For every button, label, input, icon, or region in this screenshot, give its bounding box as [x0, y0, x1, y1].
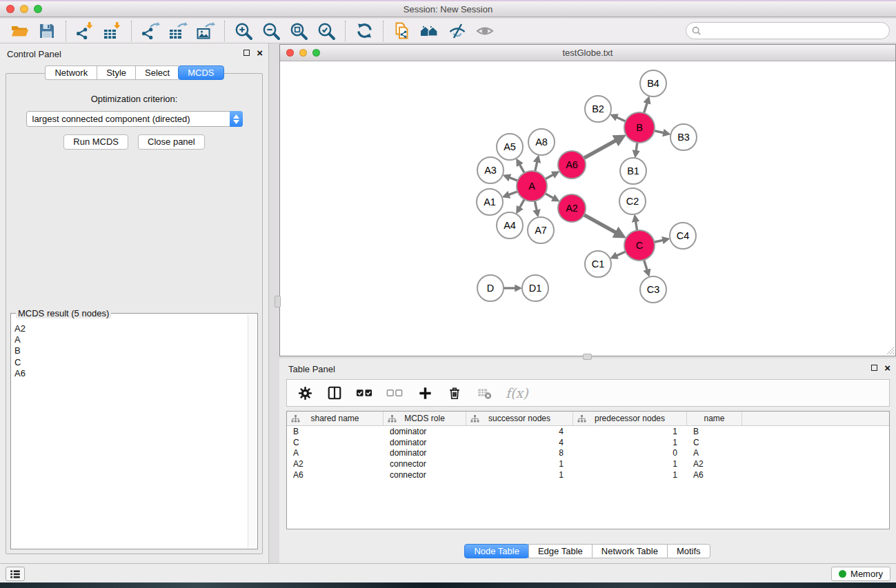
network-edge-B-B3[interactable] — [654, 131, 664, 133]
close-panel-button[interactable]: × — [257, 49, 263, 57]
minimize-window-button[interactable] — [20, 5, 28, 13]
horizontal-splitter-grip[interactable] — [583, 354, 592, 360]
mcds-result-list[interactable]: A2ABCA6 — [12, 314, 248, 548]
close-network-window-button[interactable] — [286, 49, 294, 57]
network-node-B[interactable]: B — [624, 112, 655, 143]
search-input[interactable] — [701, 26, 884, 36]
network-node-C4[interactable]: C4 — [670, 223, 696, 249]
network-node-C2[interactable]: C2 — [619, 188, 646, 214]
zoom-out-button[interactable] — [257, 20, 285, 42]
network-graph[interactable]: AA1A2A3A4A5A6A7A8BB1B2B3B4CC1C2C3C4DD1 — [280, 61, 895, 356]
network-edge-A-A8[interactable] — [535, 162, 537, 172]
show-graphics-details-button[interactable] — [471, 20, 499, 42]
network-edge-A-A3[interactable] — [509, 177, 517, 181]
network-edge-A2-C[interactable] — [584, 215, 617, 233]
tab-network[interactable]: Network — [45, 65, 97, 80]
network-node-B1[interactable]: B1 — [620, 158, 646, 184]
tab-motifs[interactable]: Motifs — [667, 544, 710, 558]
zoom-fit-button[interactable] — [285, 20, 312, 42]
open-session-button[interactable] — [6, 20, 33, 42]
export-image-button[interactable] — [192, 20, 219, 42]
network-edge-A-A5[interactable] — [519, 164, 524, 172]
node-table[interactable]: shared nameMCDS rolesuccessor nodesprede… — [286, 411, 890, 529]
column-header-MCDS-role[interactable]: MCDS role — [384, 412, 466, 425]
close-window-button[interactable] — [6, 5, 14, 13]
column-header-shared-name[interactable]: shared name — [287, 412, 384, 425]
tab-edge-table[interactable]: Edge Table — [528, 544, 592, 558]
network-edge-B-B4[interactable] — [644, 103, 648, 113]
network-node-A7[interactable]: A7 — [528, 217, 554, 243]
column-header-predecessor-nodes[interactable]: predecessor nodes — [573, 412, 687, 425]
column-header-name[interactable]: name — [687, 412, 742, 425]
minimize-network-window-button[interactable] — [299, 49, 307, 57]
tab-mcds[interactable]: MCDS — [178, 65, 223, 80]
mcds-result-item[interactable]: A6 — [14, 368, 248, 379]
column-header-successor-nodes[interactable]: successor nodes — [466, 412, 573, 425]
delete-table-button[interactable] — [476, 385, 492, 401]
tab-node-table[interactable]: Node Table — [464, 544, 529, 558]
import-network-button[interactable] — [71, 20, 99, 42]
network-node-A5[interactable]: A5 — [497, 134, 523, 160]
network-edge-A-A6[interactable] — [545, 174, 553, 179]
network-node-A4[interactable]: A4 — [497, 212, 523, 239]
network-edge-C-C4[interactable] — [654, 240, 663, 242]
network-canvas[interactable]: AA1A2A3A4A5A6A7A8BB1B2B3B4CC1C2C3C4DD1 — [280, 61, 895, 356]
tab-network-table[interactable]: Network Table — [592, 544, 667, 558]
network-edge-C-C1[interactable] — [617, 252, 626, 256]
delete-column-button[interactable] — [446, 385, 463, 401]
network-edge-A6-B[interactable] — [584, 140, 617, 158]
close-panel-button-mcds[interactable]: Close panel — [138, 134, 205, 150]
save-session-button[interactable] — [33, 20, 61, 42]
select-all-button[interactable] — [356, 387, 373, 398]
home-button[interactable] — [416, 20, 444, 42]
run-mcds-button[interactable]: Run MCDS — [63, 134, 128, 150]
zoom-network-window-button[interactable] — [312, 49, 320, 57]
network-node-D1[interactable]: D1 — [522, 275, 548, 301]
export-table-button[interactable] — [164, 20, 192, 42]
float-panel-button[interactable] — [243, 50, 250, 56]
network-node-A1[interactable]: A1 — [477, 189, 503, 215]
task-history-button[interactable] — [6, 567, 25, 581]
function-builder-button[interactable]: f(x) — [506, 385, 528, 401]
mcds-result-item[interactable]: B — [14, 345, 248, 356]
zoom-in-button[interactable] — [230, 20, 257, 42]
network-edge-C-C3[interactable] — [644, 260, 648, 270]
network-node-A6[interactable]: A6 — [558, 151, 586, 179]
result-list-scrollbar[interactable] — [248, 314, 257, 548]
network-edge-C-C2[interactable] — [636, 221, 637, 230]
memory-button[interactable]: Memory — [831, 567, 890, 581]
resize-grip-icon[interactable] — [884, 345, 895, 355]
network-node-A2[interactable]: A2 — [558, 194, 586, 222]
network-edge-A-A7[interactable] — [535, 201, 537, 211]
network-edge-A-A4[interactable] — [519, 199, 524, 207]
mcds-result-item[interactable]: A — [14, 334, 248, 345]
network-node-A[interactable]: A — [517, 171, 547, 201]
network-node-B2[interactable]: B2 — [585, 96, 611, 122]
apply-layout-button[interactable] — [350, 20, 378, 42]
add-column-button[interactable] — [417, 385, 433, 401]
criterion-dropdown[interactable]: largest connected component (directed) — [26, 111, 243, 127]
mcds-result-item[interactable]: A2 — [14, 323, 248, 334]
table-row[interactable]: A2connector11A2 — [287, 458, 889, 469]
deselect-all-button[interactable] — [386, 387, 404, 398]
close-table-panel-button[interactable]: × — [884, 364, 890, 372]
network-edge-B-B2[interactable] — [617, 117, 626, 121]
network-node-D[interactable]: D — [477, 275, 504, 301]
zoom-selected-button[interactable] — [312, 20, 340, 42]
export-network-button[interactable] — [137, 20, 164, 42]
show-hide-columns-button[interactable] — [326, 385, 343, 401]
zoom-window-button[interactable] — [34, 5, 42, 13]
mcds-result-item[interactable]: C — [14, 357, 248, 368]
network-edge-A-A1[interactable] — [508, 192, 517, 195]
network-node-A8[interactable]: A8 — [528, 129, 555, 155]
network-node-C3[interactable]: C3 — [640, 276, 666, 303]
network-edge-B-B1[interactable] — [636, 143, 637, 151]
network-node-B3[interactable]: B3 — [670, 124, 697, 150]
network-node-C[interactable]: C — [624, 230, 655, 261]
import-table-button[interactable] — [99, 20, 126, 42]
network-edge-A-A2[interactable] — [545, 194, 553, 199]
hide-graphics-details-button[interactable] — [444, 20, 471, 42]
table-row[interactable]: Cdominator41C — [287, 437, 889, 448]
network-node-B4[interactable]: B4 — [640, 70, 666, 97]
tab-style[interactable]: Style — [97, 65, 135, 80]
